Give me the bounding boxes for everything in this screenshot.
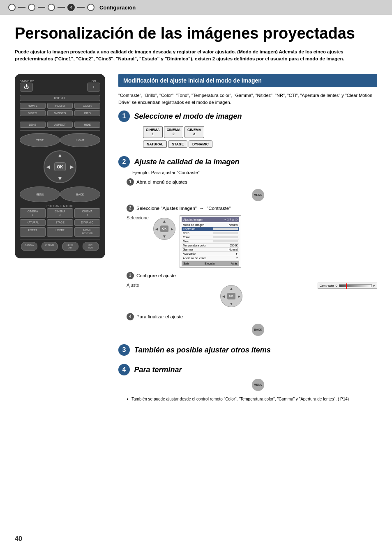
back-mini-button[interactable]: BACK xyxy=(252,324,264,336)
test-button[interactable]: TEST xyxy=(20,133,60,147)
stage-button[interactable]: STAGE xyxy=(47,219,73,226)
comp-button[interactable]: COMP. xyxy=(74,103,100,109)
page-subtitle: Puede ajustar la imagen proyectada a una… xyxy=(15,48,368,63)
separator-3 xyxy=(20,239,100,239)
dash-3 xyxy=(58,7,65,8)
mini-up-3[interactable]: ▲ xyxy=(229,286,233,291)
remote-control: STAND BY ⏻ ON I INPUT HDMI 1 HDMI 2 COMP… xyxy=(15,74,105,258)
header-bar: 4 Configuración xyxy=(0,0,392,15)
dynamic-button[interactable]: DYNAMIC xyxy=(74,219,100,226)
step-5-circle xyxy=(87,4,95,11)
step2-heading: 2 Ajuste la calidad de la imagen xyxy=(118,156,377,168)
sp-contraste-label: Contraste xyxy=(183,228,195,230)
dynamic-mode-button[interactable]: DYNAMIC xyxy=(189,140,212,148)
step1-title: Seleccione el modo de imagen xyxy=(134,112,242,120)
pm-row-2: NATURAL STAGE DYNAMIC xyxy=(20,219,100,226)
back-button[interactable]: BACK xyxy=(60,186,100,202)
contrast-arrow: ▸ xyxy=(374,284,375,288)
step3-dpad-row: Ajuste ▲ ▼ ◄ ► OK Contraste 0 xyxy=(127,283,377,310)
hdmi2-button[interactable]: HDMI 2 xyxy=(47,103,73,109)
step-2-circle xyxy=(28,4,35,11)
menu-position-button[interactable]: MENUPOSITION xyxy=(74,227,100,237)
step3-number: 3 xyxy=(118,344,130,356)
svideo-button[interactable]: S-VIDEO xyxy=(47,110,73,116)
cinema2-mode-button[interactable]: CINEMA2 xyxy=(164,126,184,138)
user1-button[interactable]: USER1 xyxy=(20,227,46,237)
cinema3-button[interactable]: CINEMA3 xyxy=(74,208,100,218)
step2-example: Ejemplo: Para ajustar "Contraste" xyxy=(132,170,377,175)
pic-adj-button[interactable]: PIC.ADJ. xyxy=(83,242,99,251)
user2-button[interactable]: USER2 xyxy=(47,227,73,237)
cinema1-button[interactable]: CINEMA1 xyxy=(20,208,46,218)
lens-ap-button[interactable]: LENS.AP. xyxy=(62,242,78,251)
sp-footer-back: Atrás xyxy=(231,262,238,265)
mini-ok-2[interactable]: OK xyxy=(160,226,168,232)
on-label: ON xyxy=(87,80,100,83)
standby-button[interactable]: ⏻ xyxy=(20,83,33,92)
step-4-circle: 4 xyxy=(67,4,75,11)
dpad-up[interactable]: ▲ xyxy=(57,152,63,159)
step2-block: 2 Ajuste la calidad de la imagen Ejemplo… xyxy=(118,156,377,336)
sp-mode-row: Modo de imagen Natural xyxy=(182,223,239,227)
cinema1-mode-button[interactable]: CINEMA1 xyxy=(143,126,163,138)
sp-contraste-row[interactable]: Contraste xyxy=(182,227,239,231)
gamma-button[interactable]: GAMMA xyxy=(21,242,37,251)
mini-left-2[interactable]: ◄ xyxy=(154,226,159,231)
sp-color-bar xyxy=(213,236,238,239)
sub2-num: 2 xyxy=(127,205,134,212)
hide-button[interactable]: HIDE xyxy=(74,122,100,128)
cinema2-button[interactable]: CINEMA2 xyxy=(47,208,73,218)
step4-number: 4 xyxy=(118,364,130,375)
mini-down-2[interactable]: ▼ xyxy=(162,234,166,239)
aspect-button[interactable]: ASPECT xyxy=(47,122,73,128)
dpad-down[interactable]: ▼ xyxy=(57,175,63,182)
mini-left-3[interactable]: ◄ xyxy=(221,294,226,298)
natural-button[interactable]: NATURAL xyxy=(20,219,46,226)
sub3-text: Configure el ajuste xyxy=(136,273,176,278)
sp-brillo-label: Brillo xyxy=(183,232,189,235)
light-button[interactable]: LIGHT xyxy=(60,133,100,147)
mode-buttons-row: NATURAL STAGE DYNAMIC xyxy=(143,140,377,148)
sp-header: Ajustes Imagen ≡ □ ? ⊙ ❍ xyxy=(182,217,239,222)
separator-2 xyxy=(20,130,100,131)
sp-gamma-label: Gamma xyxy=(183,248,193,251)
dash-2 xyxy=(38,7,45,8)
pm-row-3: USER1 USER2 MENUPOSITION xyxy=(20,227,100,237)
sub1-num: 1 xyxy=(127,178,134,186)
mini-dpad-2-widget: ▲ ▼ ◄ ► OK xyxy=(153,218,175,240)
step4-block: 4 Para terminar MENU También se puede aj… xyxy=(118,364,377,402)
on-button[interactable]: I xyxy=(87,83,100,92)
dash-4 xyxy=(77,7,85,8)
menu-mini-container: MENU xyxy=(139,189,377,201)
seleccione-label: Seleccione xyxy=(127,215,149,220)
sp-avanzado-label: Avanzado xyxy=(183,252,196,255)
cinema-buttons-row: CINEMA1 CINEMA2 CINEMA3 xyxy=(143,126,377,138)
input-label: INPUT xyxy=(20,95,100,101)
separator-1 xyxy=(20,119,100,119)
remote-top-row: STAND BY ⏻ ON I xyxy=(20,80,100,92)
mini-up-2[interactable]: ▲ xyxy=(162,219,166,223)
sub-step-2: 2 Seleccione "Ajustes Imagen" → "Contras… xyxy=(127,205,377,212)
mini-right-3[interactable]: ► xyxy=(237,294,241,298)
dpad-left[interactable]: ◄ xyxy=(45,163,51,170)
main-content: Personalización de las imágenes proyecta… xyxy=(0,15,392,423)
mini-right-2[interactable]: ► xyxy=(170,226,174,231)
menu-mini-button[interactable]: MENU xyxy=(252,189,264,201)
ctemp-button[interactable]: C.TEMP xyxy=(42,242,58,251)
cinema3-mode-button[interactable]: CINEMA3 xyxy=(184,126,204,138)
mini-ok-3[interactable]: OK xyxy=(227,293,235,299)
lens-button[interactable]: LENS xyxy=(20,122,46,128)
ok-button[interactable]: OK xyxy=(54,162,66,171)
stage-mode-button[interactable]: STAGE xyxy=(168,140,187,148)
dpad-right[interactable]: ► xyxy=(69,163,75,170)
mini-down-3[interactable]: ▼ xyxy=(229,301,233,306)
menu-button[interactable]: MENU xyxy=(20,186,60,202)
menu-mini-button-step4[interactable]: MENU xyxy=(252,379,264,391)
natural-mode-button[interactable]: NATURAL xyxy=(143,140,167,148)
sp-temp-row: Temperatura color 6500K xyxy=(182,244,239,248)
info-button[interactable]: INFO xyxy=(74,110,100,116)
video-button[interactable]: VIDEO xyxy=(20,110,46,116)
sp-tono-bar xyxy=(213,240,238,243)
contrast-display: Contraste 0 ▸ xyxy=(318,283,377,289)
hdmi1-button[interactable]: HDMI 1 xyxy=(20,103,46,109)
